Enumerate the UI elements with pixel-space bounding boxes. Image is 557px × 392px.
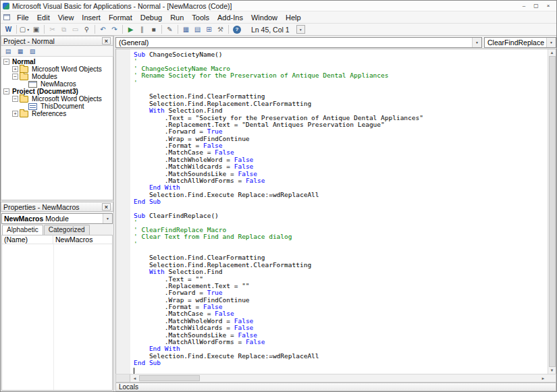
tree-item-normal[interactable]: −Normal	[1, 58, 113, 65]
tree-item-newmacros[interactable]: NewMacros	[1, 80, 113, 88]
expand-icon[interactable]: +	[12, 66, 18, 72]
code-line[interactable]: Sub ChangeSocietyName()	[134, 51, 548, 58]
code-line[interactable]: Sub ClearFindReplace()	[134, 213, 548, 219]
chevron-down-icon[interactable]: ▼	[103, 214, 112, 223]
expand-icon[interactable]: +	[12, 111, 18, 117]
undo-icon[interactable]: ↶	[97, 24, 109, 34]
vertical-scrollbar-thumb[interactable]	[549, 56, 556, 367]
procedure-dropdown[interactable]: ClearFindReplace ▼	[484, 37, 556, 48]
chevron-down-icon[interactable]: ▼	[546, 38, 556, 47]
help-icon[interactable]: ?	[233, 26, 241, 34]
code-window: (General) ▼ ClearFindReplace ▼ Sub Chang…	[114, 36, 556, 391]
tree-item-references[interactable]: +References	[1, 110, 113, 117]
menu-edit[interactable]: Edit	[33, 12, 54, 23]
minimize-button[interactable]: –	[518, 1, 530, 10]
toggle-folders-icon[interactable]: ▧	[27, 47, 38, 55]
properties-panel-close-icon[interactable]: ×	[102, 203, 111, 211]
object-dropdown[interactable]: (General) ▼	[115, 37, 482, 48]
splitter-box[interactable]	[116, 374, 130, 382]
tree-item-label: Microsoft Word Objects	[30, 65, 103, 73]
menu-debug[interactable]: Debug	[136, 12, 166, 23]
code-line[interactable]: ' Rename Society for the Preservation of…	[134, 72, 548, 79]
redo-icon[interactable]: ↷	[109, 24, 120, 34]
reset-icon[interactable]: ■	[148, 24, 159, 34]
insert-userform-icon[interactable]: ▢▼	[19, 24, 30, 34]
restore-button[interactable]: ▢	[530, 1, 542, 10]
project-panel-toolbar: ▤▦▧	[1, 46, 113, 57]
copy-icon: ⧉	[58, 24, 70, 34]
properties-panel-header: Properties - NewMacros ×	[1, 202, 113, 212]
code-line[interactable]: .MatchAllWordForms = False	[134, 177, 548, 184]
properties-object-dropdown[interactable]: NewMacros Module ▼	[1, 213, 113, 224]
locals-panel-header[interactable]: Locals	[115, 383, 556, 391]
scroll-down-icon[interactable]: ▼	[548, 367, 556, 374]
menu-window[interactable]: Window	[247, 12, 282, 23]
menu-add-ins[interactable]: Add-Ins	[213, 12, 247, 23]
design-mode-icon[interactable]: ✎	[164, 24, 176, 34]
properties-window-icon[interactable]: ▤	[192, 24, 203, 34]
code-line[interactable]: Selection.Find.Execute Replace:=wdReplac…	[134, 353, 548, 360]
toolbar-separator	[161, 25, 162, 34]
tree-item-modules[interactable]: −Modules	[1, 73, 113, 80]
view-microsoft-word-icon[interactable]: W	[3, 24, 14, 34]
cursor-position-label: Ln 45, Col 1	[251, 26, 290, 34]
run-icon[interactable]: ▶	[125, 24, 136, 34]
tree-item-microsoft-word-objects[interactable]: −Microsoft Word Objects	[1, 95, 113, 103]
code-line[interactable]: .MatchAllWordForms = False	[134, 339, 548, 345]
horizontal-scrollbar-track[interactable]	[139, 374, 539, 382]
chevron-down-icon[interactable]: ▼	[472, 38, 481, 47]
view-code-icon[interactable]: ▤	[3, 47, 14, 55]
toolbar-separator	[95, 25, 95, 34]
project-tree: −Normal+Microsoft Word Objects−ModulesNe…	[1, 57, 113, 200]
tab-alphabetic[interactable]: Alphabetic	[2, 225, 43, 235]
property-value[interactable]: NewMacros	[53, 235, 112, 244]
scroll-up-icon[interactable]: ▲	[548, 49, 556, 56]
scroll-right-icon[interactable]: ►	[539, 374, 548, 382]
toolbar-separator	[178, 25, 178, 34]
object-browser-icon[interactable]: ⊞	[203, 24, 215, 34]
vertical-scrollbar[interactable]: ▲ ▼	[548, 49, 556, 374]
toolbar-options-dropdown[interactable]: ▼	[296, 25, 305, 34]
code-line[interactable]: Selection.Find.Execute Replace:=wdReplac…	[134, 192, 548, 198]
menu-run[interactable]: Run	[166, 12, 188, 23]
save-icon[interactable]: ▣	[30, 24, 42, 34]
project-panel-close-icon[interactable]: ×	[102, 37, 111, 45]
scrollbar-corner	[548, 374, 556, 382]
margin-indicator-bar	[116, 49, 130, 374]
close-button[interactable]: ×	[542, 1, 554, 10]
toolbox-icon[interactable]: ⚒	[215, 24, 226, 34]
property-row[interactable]: (Name)NewMacros	[2, 235, 112, 244]
menu-file[interactable]: File	[13, 12, 33, 23]
menu-format[interactable]: Format	[105, 12, 136, 23]
code-line[interactable]: '	[134, 241, 548, 248]
menu-view[interactable]: View	[54, 12, 78, 23]
folder-icon	[20, 74, 28, 80]
vba-window: Microsoft Visual Basic for Applications …	[0, 0, 557, 392]
collapse-icon[interactable]: −	[3, 59, 9, 65]
project-explorer-icon[interactable]: ▦	[180, 24, 192, 34]
toolbar-icons: W▢▼▣✂⧉▭⚲↶↷▶∥■✎▦▤⊞⚒?	[3, 24, 243, 34]
code-line[interactable]: '	[134, 80, 548, 86]
collapse-icon[interactable]: −	[12, 74, 18, 80]
code-line[interactable]: ' Clear Text from Find and Replace dialo…	[134, 233, 548, 240]
tab-categorized[interactable]: Categorized	[44, 225, 90, 235]
menu-insert[interactable]: Insert	[78, 12, 105, 23]
horizontal-scrollbar-thumb[interactable]	[139, 375, 200, 381]
code-text[interactable]: Sub ChangeSocietyName()'' ChangeSocietyN…	[130, 49, 548, 374]
menu-bar-items: FileEditViewInsertFormatDebugRunToolsAdd…	[13, 12, 305, 23]
scroll-left-icon[interactable]: ◄	[130, 374, 139, 382]
break-icon[interactable]: ∥	[136, 24, 148, 34]
collapse-icon[interactable]: −	[3, 88, 9, 94]
tree-item-thisdocument[interactable]: ThisDocument	[1, 103, 113, 110]
tree-item-microsoft-word-objects[interactable]: +Microsoft Word Objects	[1, 65, 113, 73]
tree-item-project-document3[interactable]: −Project (Document3)	[1, 88, 113, 95]
code-line[interactable]	[134, 367, 548, 374]
view-object-icon[interactable]: ▦	[15, 47, 26, 55]
menu-tools[interactable]: Tools	[188, 12, 213, 23]
menu-help[interactable]: Help	[282, 12, 305, 23]
code-line[interactable]: End Sub	[134, 360, 548, 366]
code-line[interactable]: End Sub	[134, 198, 548, 205]
object-dropdown-value: (General)	[119, 38, 149, 47]
collapse-icon[interactable]: −	[12, 96, 18, 102]
find-icon[interactable]: ⚲	[81, 24, 92, 34]
